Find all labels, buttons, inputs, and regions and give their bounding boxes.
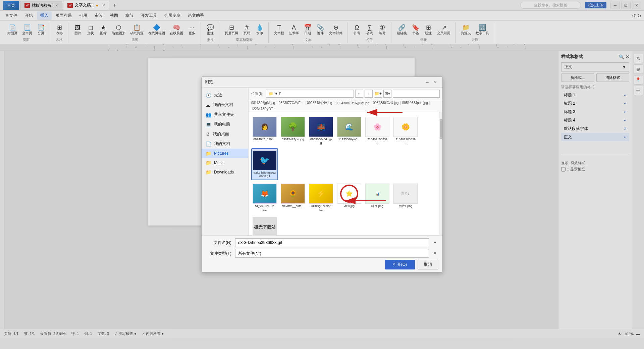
dialog-close[interactable]: ✕ [432, 79, 439, 86]
file-item-10-name: view.jpg [344, 204, 355, 208]
filename-label: 文件名(N): [206, 240, 232, 246]
dialog-controls: ─ ✕ [424, 79, 439, 86]
sidebar-item-shared[interactable]: 👥 共享文件夹 [202, 110, 248, 119]
file-item-7[interactable]: 🦊 NQy8FNhHUeb... [251, 182, 278, 214]
filetype-dropdown-arrow[interactable]: ▼ [432, 251, 438, 256]
sidebar-item-mydocs[interactable]: 📄 我的文档 [202, 139, 248, 149]
file-item-4[interactable]: 🌸 210402103339-... [364, 115, 391, 147]
shared-icon: 👥 [206, 112, 211, 117]
scroll-thumb[interactable] [440, 119, 442, 139]
desktop-icon: 🖥 [206, 132, 210, 137]
nav-new-folder[interactable]: 📁+ [374, 90, 382, 98]
folder-icon: 📁 [269, 92, 273, 96]
nav-up[interactable]: ↑ [365, 90, 373, 98]
file-item-8-name: src=http__safe... [282, 204, 304, 208]
downloads-icon: 📁 [206, 169, 211, 175]
file-item-9[interactable]: ⚡ UDbSgEeF9a3f... [308, 182, 334, 214]
sidebar-item-recent[interactable]: 🕐 最近 [202, 90, 248, 100]
dialog-main: 位置(I): 📁 图片 ← ↑ 📁+ ⊞▾ 0816596jgM.jpg | 0… [249, 88, 442, 235]
filename-row: 文件名(N): ▼ [206, 238, 438, 247]
breadcrumb-item-3[interactable]: 0928548sjNV.jpg [307, 101, 332, 106]
file-item-9-name: UDbSgEeF9a3f... [310, 204, 332, 212]
file-area-wrapper: 👩 8994847_8994... 🌳 09015473jon.jpg [249, 112, 442, 235]
file-dialog: 浏览 ─ ✕ 🕐 最近 ☁ 我的云文档 👥 共享文件夹 [201, 77, 443, 272]
sidebar-item-downloads[interactable]: 📁 Downloads [202, 167, 248, 177]
file-item-3[interactable]: 🌊 11135086ym3... [336, 115, 363, 147]
dialog-title: 浏览 [205, 79, 424, 85]
breadcrumb-item-6[interactable]: 0951033Jpph.jpg [402, 101, 428, 106]
breadcrumb-item-2[interactable]: 0823077CAVE... [279, 101, 304, 106]
breadcrumb-item-5[interactable]: 0934380lCzU.jpg [373, 101, 399, 106]
file-item-2[interactable]: 🌉 09390304Jdu.jpg [308, 115, 334, 147]
file-item-0-name: 8994847_8994... [253, 138, 276, 141]
file-item-6-name: e3iG-fzihnep3936683.gif [253, 171, 276, 179]
file-item-11-name: 科目.png [371, 204, 383, 208]
file-breadcrumb-row: 0816596jgM.jpg | 0823077CAVE... | 092854… [249, 100, 442, 112]
file-item-6[interactable]: 🐦 e3iG-fzihnep3936683.gif [251, 148, 278, 181]
filename-dropdown-arrow[interactable]: ▼ [432, 240, 438, 245]
dialog-toolbar: 位置(I): 📁 图片 ← ↑ 📁+ ⊞▾ [249, 88, 442, 100]
dialog-search-input[interactable] [393, 90, 440, 98]
file-item-7-name: NQy8FNhHUeb... [253, 204, 276, 212]
file-grid-row2: 🦊 NQy8FNhHUeb... 🌻 src=http__safe... [251, 182, 436, 235]
filetype-select[interactable]: 所有文件(*.*) [235, 249, 429, 258]
file-item-3-name: 11135086ym3... [338, 138, 360, 141]
file-item-4-name: 210402103339-... [366, 138, 389, 145]
sidebar-item-pictures[interactable]: 📁 Pictures [202, 149, 248, 158]
dialog-file-area: 👩 8994847_8994... 🌳 09015473jon.jpg [249, 112, 439, 235]
breadcrumb-item-7[interactable]: 1223473RyOT... [251, 107, 275, 111]
dialog-title-bar: 浏览 ─ ✕ [202, 77, 442, 88]
dialog-cancel-button[interactable]: 取消 [418, 260, 438, 269]
file-item-0[interactable]: 👩 8994847_8994... [251, 115, 278, 147]
nav-back[interactable]: ← [355, 90, 363, 98]
recent-icon: 🕐 [206, 93, 211, 98]
file-item-12[interactable]: 图片1 图片1.png [392, 182, 419, 214]
view-mode-btn[interactable]: ⊞▾ [383, 90, 391, 98]
sidebar-item-music[interactable]: 📁 Music [202, 158, 248, 167]
file-item-1[interactable]: 🌳 09015473jon.jpg [279, 115, 306, 147]
breadcrumb-item-4[interactable]: 0934380lCzU-副本.jpg [336, 101, 369, 106]
dialog-scrollbar[interactable] [439, 112, 442, 235]
filename-input[interactable] [235, 238, 429, 247]
pictures-icon: 📁 [206, 151, 211, 156]
dialog-action-row: 打开(O) 取消 [206, 260, 438, 269]
filetype-label: 文件类型(T): [206, 251, 232, 256]
dialog-minimize[interactable]: ─ [424, 79, 431, 86]
sidebar-item-cloud[interactable]: ☁ 我的云文档 [202, 100, 248, 110]
sidebar-item-desktop[interactable]: 🖥 我的桌面 [202, 129, 248, 139]
dialog-sidebar: 🕐 最近 ☁ 我的云文档 👥 共享文件夹 💻 我的电脑 🖥 我的桌面 [202, 88, 249, 235]
file-item-8[interactable]: 🌻 src=http__safe... [279, 182, 306, 214]
file-item-12-name: 图片1.png [399, 204, 413, 208]
dialog-open-button[interactable]: 打开(O) [385, 260, 415, 269]
dialog-footer: 文件名(N): ▼ 文件类型(T): 所有文件(*.*) ▼ 打开(O) 取消 [202, 235, 442, 272]
dialog-body: 🕐 最近 ☁ 我的云文档 👥 共享文件夹 💻 我的电脑 🖥 我的桌面 [202, 88, 442, 235]
file-item-13[interactable]: 极光下载站 图片2.png [251, 215, 278, 235]
computer-icon: 💻 [206, 122, 211, 127]
file-item-11[interactable]: 📊 科目.png [364, 182, 391, 214]
sidebar-item-computer[interactable]: 💻 我的电脑 [202, 119, 248, 129]
file-item-1-name: 09015473jon.jpg [282, 138, 304, 141]
file-item-2-name: 09390304Jdu.jpg [310, 138, 332, 145]
location-label: 位置(I): [251, 91, 263, 96]
file-grid-row1: 👩 8994847_8994... 🌳 09015473jon.jpg [251, 115, 436, 180]
music-icon: 📁 [206, 160, 211, 165]
location-path[interactable]: 📁 图片 [266, 90, 354, 98]
file-item-5[interactable]: 🌼 210402103339-... [392, 115, 419, 147]
mydocs-icon: 📄 [206, 141, 211, 147]
file-item-5-name: 210402103339-... [394, 138, 417, 145]
filetype-row: 文件类型(T): 所有文件(*.*) ▼ [206, 249, 438, 258]
cloud-icon: ☁ [206, 102, 210, 108]
file-dialog-overlay: 浏览 ─ ✕ 🕐 最近 ☁ 我的云文档 👥 共享文件夹 [0, 0, 644, 349]
file-item-10[interactable]: ⭐ view.jpg [336, 182, 363, 214]
breadcrumb-item-1[interactable]: 0816596jgM.jpg [251, 101, 275, 106]
